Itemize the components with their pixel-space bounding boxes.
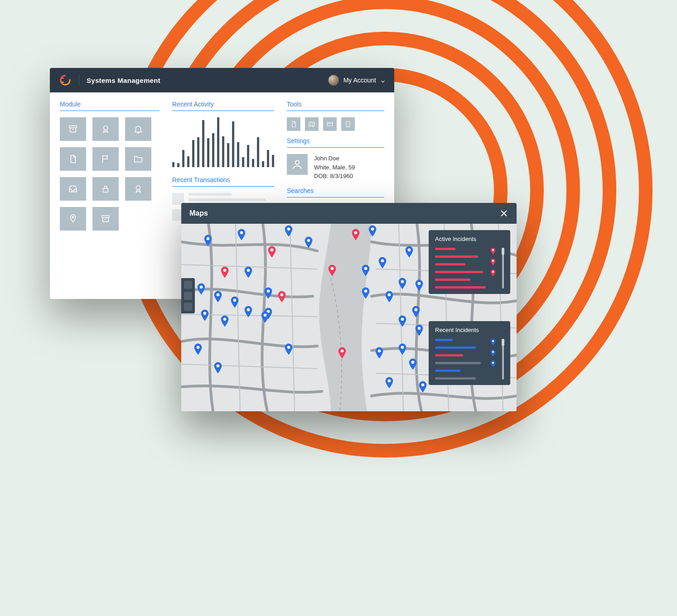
incident-line [435, 255, 478, 258]
map-pin-blue[interactable] [244, 306, 253, 318]
recent-transactions-heading: Recent Transactions [172, 176, 274, 187]
map-pin-blue[interactable] [237, 229, 246, 241]
svg-rect-1 [69, 126, 77, 128]
map-pin-blue[interactable] [197, 283, 206, 295]
map-tab[interactable] [184, 303, 192, 311]
map-pin-blue[interactable] [193, 343, 203, 355]
map-tab[interactable] [184, 292, 192, 300]
map-pin-blue[interactable] [213, 291, 222, 303]
module-tile-lock[interactable] [92, 177, 119, 201]
map-pin-blue[interactable] [230, 296, 239, 308]
map-pin-blue[interactable] [411, 306, 421, 318]
svg-point-44 [418, 327, 421, 330]
map-pin-red[interactable] [338, 347, 347, 359]
map-icon [308, 120, 315, 128]
map-pin-blue[interactable] [398, 315, 407, 327]
svg-point-31 [341, 350, 344, 353]
tool-map[interactable] [305, 117, 319, 131]
svg-point-0 [61, 76, 70, 85]
tool-document[interactable] [287, 117, 300, 131]
map-pin-blue[interactable] [261, 311, 270, 323]
module-tile-bell[interactable] [125, 117, 151, 141]
module-tile-document[interactable] [60, 147, 86, 171]
svg-point-23 [247, 308, 250, 312]
map-pin-blue[interactable] [398, 343, 407, 355]
svg-point-21 [203, 312, 206, 315]
incident-line [435, 339, 453, 341]
module-tile-award[interactable] [92, 117, 119, 141]
svg-point-16 [223, 269, 227, 272]
tools-heading: Tools [287, 101, 384, 111]
incident-line [435, 362, 481, 364]
map-pin-blue[interactable] [375, 347, 384, 359]
map-pin-blue[interactable] [264, 287, 273, 299]
chart-bar [247, 145, 249, 168]
map-pin-red[interactable] [277, 291, 286, 303]
chart-bar [207, 138, 209, 167]
svg-point-32 [354, 231, 357, 235]
map-pin-red[interactable] [267, 246, 276, 258]
map-pin-blue[interactable] [200, 309, 209, 321]
svg-point-14 [307, 239, 310, 242]
map-pin-red[interactable] [328, 265, 337, 276]
map-pin-blue[interactable] [385, 291, 394, 303]
map-pin-blue[interactable] [220, 315, 229, 327]
document-icon [290, 120, 297, 128]
svg-point-9 [295, 160, 300, 164]
map-pin-blue[interactable] [415, 324, 424, 336]
pin-icon [68, 214, 78, 224]
module-tile-folder[interactable] [125, 147, 151, 171]
archive-icon [101, 214, 111, 224]
map-pin-blue[interactable] [203, 235, 213, 246]
tool-card[interactable] [323, 117, 337, 131]
map-pin-blue[interactable] [368, 225, 377, 237]
module-tile-pin[interactable] [60, 207, 86, 231]
document-icon [68, 154, 78, 164]
tool-tablet[interactable] [341, 117, 355, 131]
map-pin-blue[interactable] [284, 343, 293, 355]
chart-bar [242, 157, 244, 167]
module-tile-award[interactable] [125, 177, 151, 201]
svg-point-42 [415, 308, 418, 312]
map-pin-blue[interactable] [405, 246, 414, 258]
incident-line [435, 286, 486, 289]
module-tile-inbox[interactable] [60, 177, 86, 201]
module-tile-flag[interactable] [92, 147, 119, 171]
map-pin-red[interactable] [351, 229, 360, 241]
my-account-menu[interactable]: My Account [328, 75, 385, 86]
map-tab[interactable] [184, 281, 192, 289]
svg-point-45 [377, 350, 381, 353]
map-pin-blue[interactable] [385, 377, 394, 389]
map-pin-blue[interactable] [408, 358, 417, 370]
chart-bar [217, 117, 219, 167]
svg-point-19 [217, 293, 220, 296]
map-pin-red[interactable] [220, 266, 229, 278]
chart-bar [272, 155, 274, 168]
svg-point-51 [492, 260, 494, 262]
incident-line [435, 346, 476, 349]
map-pin-blue[interactable] [378, 257, 387, 269]
map-pin-blue[interactable] [361, 287, 370, 299]
svg-rect-3 [103, 188, 108, 192]
map-pin-blue[interactable] [418, 381, 427, 393]
folder-icon [133, 154, 143, 164]
map-pin-blue[interactable] [284, 225, 293, 237]
map-pin-blue[interactable] [213, 362, 222, 374]
svg-point-43 [401, 318, 404, 321]
map-pin-blue[interactable] [304, 236, 313, 248]
map-pin-blue[interactable] [244, 266, 253, 278]
svg-point-22 [223, 318, 227, 321]
brand-logo-icon [59, 74, 72, 87]
module-tile-archive[interactable] [92, 207, 119, 231]
incident-line [435, 370, 460, 372]
bell-icon [133, 124, 143, 134]
recent-activity-heading: Recent Activity [172, 101, 274, 111]
award-icon [101, 124, 111, 134]
map-pin-blue[interactable] [361, 265, 370, 276]
close-button[interactable] [499, 209, 508, 218]
active-scrollbar[interactable] [502, 248, 504, 289]
map-pin-blue[interactable] [415, 279, 424, 291]
recent-scrollbar[interactable] [502, 339, 504, 380]
module-tile-archive[interactable] [60, 117, 86, 141]
map-pin-blue[interactable] [398, 278, 407, 289]
